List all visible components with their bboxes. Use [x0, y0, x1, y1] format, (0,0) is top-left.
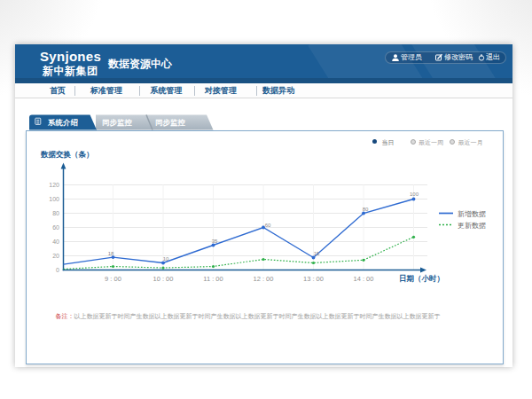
svg-text:35: 35	[211, 238, 217, 243]
svg-text:9 : 00: 9 : 00	[105, 275, 121, 283]
svg-text:20: 20	[52, 253, 59, 259]
svg-text:0: 0	[56, 267, 59, 273]
svg-text:11 : 00: 11 : 00	[203, 275, 223, 283]
svg-text:100: 100	[49, 196, 59, 202]
svg-text:新增数据: 新增数据	[458, 209, 486, 217]
svg-text:60: 60	[264, 222, 270, 227]
svg-text:12 : 00: 12 : 00	[253, 275, 273, 283]
svg-text:10: 10	[162, 256, 168, 262]
svg-text:日期（小时）: 日期（小时）	[399, 274, 444, 283]
svg-text:更新数据: 更新数据	[458, 221, 486, 229]
svg-text:同步监控: 同步监控	[155, 118, 185, 127]
svg-text:15: 15	[313, 250, 319, 255]
svg-text:120: 120	[49, 182, 59, 188]
svg-text:100: 100	[409, 191, 419, 196]
svg-text:18: 18	[107, 250, 113, 255]
svg-text:80: 80	[362, 207, 368, 212]
svg-text:14 : 00: 14 : 00	[353, 275, 373, 283]
svg-text:13 : 00: 13 : 00	[303, 275, 324, 283]
svg-text:数据交换（条）: 数据交换（条）	[40, 150, 94, 159]
svg-text:系统介绍: 系统介绍	[47, 118, 78, 127]
svg-text:80: 80	[52, 210, 59, 216]
svg-text:10 : 00: 10 : 00	[153, 275, 173, 283]
svg-text:40: 40	[52, 239, 59, 245]
svg-text:60: 60	[52, 224, 59, 231]
svg-text:同步监控: 同步监控	[102, 118, 132, 127]
